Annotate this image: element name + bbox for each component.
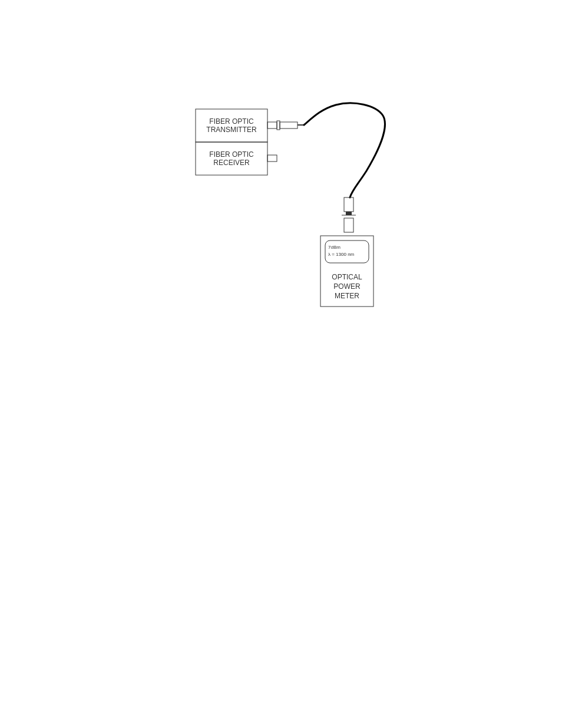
meter-reading-power: 7dBm bbox=[328, 245, 340, 250]
meter-label-line2: POWER bbox=[333, 282, 361, 291]
svg-rect-3 bbox=[277, 121, 280, 130]
meter-reading-wavelength: λ = 1300 nm bbox=[328, 252, 355, 257]
fiber-cable bbox=[304, 103, 385, 197]
transmitter-label-line2: TRANSMITTER bbox=[206, 126, 257, 134]
svg-rect-2 bbox=[267, 122, 277, 129]
optical-power-meter: 7dBm λ = 1300 nm OPTICAL POWER METER bbox=[320, 236, 373, 307]
svg-rect-8 bbox=[346, 212, 352, 215]
meter-input-connector bbox=[342, 197, 356, 232]
svg-rect-6 bbox=[267, 155, 277, 162]
receiver-label-line2: RECEIVER bbox=[213, 159, 250, 167]
transceiver-block: FIBER OPTIC TRANSMITTER FIBER OPTIC RECE… bbox=[196, 109, 267, 175]
svg-rect-4 bbox=[280, 122, 297, 129]
fiber-optic-diagram: FIBER OPTIC TRANSMITTER FIBER OPTIC RECE… bbox=[0, 0, 562, 728]
meter-label-line1: OPTICAL bbox=[332, 273, 362, 281]
transmitter-label-line1: FIBER OPTIC bbox=[209, 117, 254, 126]
receiver-label-line1: FIBER OPTIC bbox=[209, 150, 254, 159]
svg-rect-10 bbox=[344, 218, 353, 232]
transmitter-port bbox=[267, 121, 304, 130]
meter-label-line3: METER bbox=[335, 292, 359, 300]
receiver-port bbox=[267, 155, 277, 162]
svg-rect-7 bbox=[344, 197, 353, 212]
